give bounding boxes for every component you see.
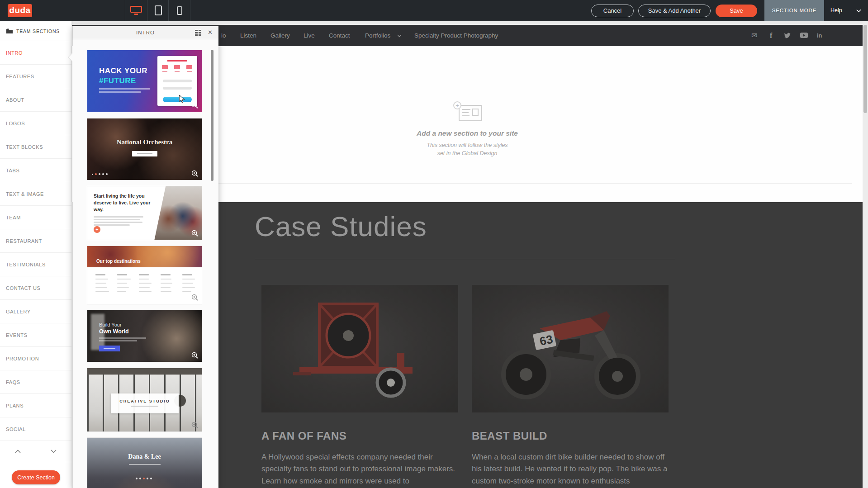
- linkedin-icon[interactable]: in: [817, 25, 822, 46]
- text-placeholder: [131, 406, 158, 407]
- case-study-body: When a local custom dirt bike builder ne…: [472, 451, 669, 487]
- sidebar-item-testimonials[interactable]: TESTIMONIALS: [0, 253, 71, 276]
- text-placeholder: [99, 340, 137, 341]
- section-thumb-dana-and-lee[interactable]: Dana & Lee: [87, 437, 202, 488]
- panel-scrollbar[interactable]: [211, 50, 213, 181]
- nav-link-portfolios[interactable]: Portfolios: [365, 25, 390, 46]
- desktop-mode-button[interactable]: [125, 0, 147, 21]
- facebook-icon[interactable]: f: [770, 25, 772, 46]
- chevron-down-icon[interactable]: [856, 9, 861, 13]
- nav-link-gallery[interactable]: Gallery: [270, 25, 290, 46]
- sidebar-item-text-image[interactable]: TEXT & IMAGE: [0, 182, 71, 206]
- create-section-button[interactable]: Create Section: [12, 470, 60, 484]
- text-placeholder: [129, 464, 161, 465]
- section-thumb-live-your-way[interactable]: Start living the life you deserve to liv…: [87, 186, 202, 240]
- tablet-icon: [155, 5, 162, 15]
- carousel-dots: [87, 473, 202, 481]
- section-thumb-own-world[interactable]: Build Your Own World: [87, 310, 202, 362]
- save-button[interactable]: Save: [716, 5, 757, 17]
- sidebar-item-restaurant[interactable]: RESTAURANT: [0, 229, 71, 253]
- sidebar-item-promotion[interactable]: PROMOTION: [0, 347, 71, 370]
- fan-machine-image: [261, 285, 458, 412]
- scroll-down-button[interactable]: [36, 441, 72, 462]
- section-thumb-creative-studio[interactable]: CREATIVE STUDIO: [87, 368, 202, 432]
- case-studies-title: Case Studies: [255, 210, 427, 242]
- zoom-in-icon[interactable]: [191, 170, 199, 177]
- chevron-down-icon: [397, 34, 402, 38]
- section-thumb-top-destinations[interactable]: Our top destinations: [87, 246, 202, 304]
- zoom-in-icon[interactable]: [191, 422, 199, 429]
- sidebar-header: TEAM SECTIONS: [0, 21, 71, 41]
- add-section-placeholder: + Add a new section to your site This se…: [417, 104, 518, 157]
- help-label: Help: [830, 7, 842, 14]
- text-placeholder: [94, 219, 140, 220]
- destinations-photo: Our top destinations: [87, 246, 202, 267]
- text-placeholder: [99, 91, 141, 93]
- envelope-icon[interactable]: ✉: [751, 25, 757, 46]
- countdown-label-placeholder: [167, 60, 187, 62]
- mobile-mode-button[interactable]: [168, 0, 190, 21]
- case-study-heading: A FAN OF FANS: [261, 430, 458, 442]
- carousel-dots: [92, 169, 109, 177]
- sidebar-item-faqs[interactable]: FAQS: [0, 370, 71, 394]
- sidebar-item-social[interactable]: SOCIAL: [0, 417, 71, 441]
- panel-thumbnail-list: HACK YOUR #FUTURE: [72, 39, 218, 488]
- text-placeholder: [99, 337, 146, 339]
- text-placeholder: [94, 216, 143, 218]
- sidebar-item-contact-us[interactable]: CONTACT US: [0, 276, 71, 300]
- cta-button-placeholder: [99, 346, 120, 351]
- section-divider: [218, 183, 852, 184]
- help-menu[interactable]: Help: [830, 0, 842, 21]
- sidebar-item-intro[interactable]: INTRO: [0, 41, 71, 65]
- chevron-up-icon: [15, 450, 21, 453]
- text-placeholder: [94, 224, 130, 226]
- sidebar-item-about[interactable]: ABOUT: [0, 88, 71, 112]
- form-field-placeholder: [163, 87, 192, 90]
- section-thumb-national-orchestra[interactable]: National Orchestra: [87, 118, 202, 180]
- page-scrollbar-track[interactable]: [863, 21, 868, 488]
- tablet-mode-button[interactable]: [147, 0, 168, 21]
- sidebar-item-gallery[interactable]: GALLERY: [0, 300, 71, 323]
- section-mode-badge: SECTION MODE: [764, 0, 824, 21]
- sidebar-item-text-blocks[interactable]: TEXT BLOCKS: [0, 135, 71, 159]
- twitter-icon[interactable]: [784, 33, 791, 38]
- sidebar-item-tabs[interactable]: TABS: [0, 159, 71, 182]
- sidebar-item-team[interactable]: TEAM: [0, 206, 71, 229]
- cta-button-placeholder: [132, 151, 157, 156]
- nav-link-contact[interactable]: Contact: [329, 25, 350, 46]
- nav-link-listen[interactable]: Listen: [240, 25, 256, 46]
- sidebar-item-events[interactable]: EVENTS: [0, 323, 71, 347]
- section-thumb-hack-your-future[interactable]: HACK YOUR #FUTURE: [87, 50, 202, 112]
- sidebar-item-plans[interactable]: PLANS: [0, 394, 71, 417]
- zoom-in-icon[interactable]: [191, 352, 199, 359]
- nav-link-partial[interactable]: io: [221, 25, 226, 46]
- sidebar-item-features[interactable]: FEATURES: [0, 65, 71, 88]
- nav-link-specialty[interactable]: Specialty Product Photography: [414, 25, 498, 46]
- zoom-in-icon[interactable]: [191, 102, 199, 109]
- plus-button: +: [94, 226, 100, 233]
- duda-logo[interactable]: duda: [8, 4, 32, 17]
- page-scrollbar-thumb[interactable]: [863, 25, 867, 113]
- save-add-another-button[interactable]: Save & Add Another: [638, 5, 711, 17]
- folder-icon: [6, 28, 13, 34]
- add-section-title: Add a new section to your site: [417, 129, 518, 137]
- scroll-up-button[interactable]: [0, 441, 36, 462]
- case-study-heading: BEAST BUILD: [472, 430, 669, 442]
- panel-header: INTRO ✕: [72, 26, 218, 39]
- sidebar-item-logos[interactable]: LOGOS: [0, 112, 71, 135]
- case-study-card-bike[interactable]: 63 BEAST BUILD When a local custom dirt …: [472, 285, 669, 487]
- signup-button: [163, 97, 192, 102]
- zoom-in-icon[interactable]: [191, 230, 199, 237]
- chevron-down-icon: [51, 450, 57, 453]
- youtube-icon[interactable]: [800, 33, 808, 38]
- case-study-card-fan[interactable]: A FAN OF FANS A Hollywood special effect…: [261, 285, 458, 487]
- cancel-button[interactable]: Cancel: [591, 5, 634, 17]
- add-section-icon: +: [452, 104, 482, 122]
- grid-view-icon[interactable]: [195, 30, 201, 36]
- app-bar: duda Cancel Save & Add Another Save SECT…: [0, 0, 868, 21]
- close-icon[interactable]: ✕: [208, 29, 213, 36]
- nav-link-live[interactable]: Live: [304, 25, 315, 46]
- desktop-icon: [130, 6, 142, 13]
- zoom-in-icon[interactable]: [191, 294, 199, 301]
- cursor-icon: [179, 95, 186, 103]
